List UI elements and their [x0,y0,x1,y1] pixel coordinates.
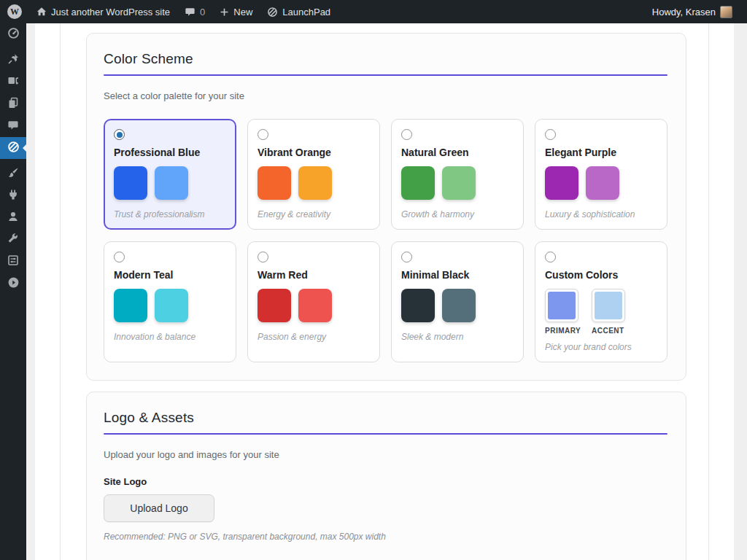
primary-color-fill [548,292,576,319]
color-scheme-underline [104,74,667,76]
palette-desc: Growth & harmony [401,209,514,219]
palette-name: Custom Colors [545,269,657,281]
comments-count: 0 [200,7,205,18]
comment-bubble-icon [185,7,196,17]
site-name-link[interactable]: Just another WordPress site [29,0,177,23]
palette-name: Minimal Black [401,269,514,281]
palette-card-natural-green[interactable]: Natural Green Growth & harmony [391,119,524,230]
collapse-menu-icon [7,276,20,292]
sidebar-item-launchpad-active[interactable] [0,137,26,159]
sidebar-item-appearance[interactable] [0,163,26,185]
accent-swatch [442,166,476,200]
new-label: New [233,7,252,18]
accent-color-picker[interactable] [592,289,625,322]
wrench-icon [7,233,19,247]
primary-swatch [258,166,291,200]
logo-assets-section: Logo & Assets Upload your logo and image… [86,392,686,560]
palette-card-minimal-black[interactable]: Minimal Black Sleek & modern [391,241,524,362]
accent-swatch [155,289,188,322]
sidebar-item-posts[interactable] [0,50,26,71]
palette-card-vibrant-orange[interactable]: Vibrant Orange Energy & creativity [247,119,380,230]
launchpad-active-icon [7,141,20,156]
palette-radio[interactable] [258,129,268,140]
home-icon [36,7,47,17]
launchpad-toolbar-link[interactable]: LaunchPad [260,0,338,23]
primary-color-picker[interactable] [545,289,578,322]
accent-swatch [586,166,619,200]
primary-swatch [114,166,147,200]
pages-icon [7,97,19,112]
dashboard-icon [7,27,20,42]
launchpad-label: LaunchPad [282,7,330,18]
logo-hint: Recommended: PNG or SVG, transparent bac… [104,532,667,542]
settings-icon [7,254,19,269]
palette-radio[interactable] [545,252,556,262]
palette-name: Elegant Purple [545,147,657,158]
primary-swatch [545,166,578,200]
howdy-label: Howdy, Krasen [652,7,716,18]
pin-icon [7,53,19,68]
palette-radio[interactable] [401,129,412,140]
sidebar-item-plugins[interactable] [0,185,26,207]
accent-swatch [155,166,188,200]
palette-name: Vibrant Orange [258,147,370,158]
palette-card-elegant-purple[interactable]: Elegant Purple Luxury & sophistication [535,119,667,230]
palette-desc: Innovation & balance [114,332,226,342]
palette-desc: Passion & energy [258,332,370,342]
site-logo-label: Site Logo [104,476,667,487]
accent-color-fill [595,292,622,319]
primary-swatch [401,289,435,322]
palette-desc: Pick your brand colors [545,342,657,352]
sidebar-item-pages[interactable] [0,93,26,115]
sidebar-item-dashboard[interactable] [0,23,26,45]
my-account-menu[interactable]: Howdy, Krasen [645,0,740,23]
palette-desc: Sleek & modern [401,332,514,342]
color-scheme-section: Color Scheme Select a color palette for … [86,33,686,381]
sidebar-item-tools[interactable] [0,229,26,251]
palette-name: Professional Blue [114,147,226,158]
wordpress-logo-menu[interactable]: W [0,0,29,23]
plugin-page-panel: Color Scheme Select a color palette for … [35,23,734,560]
palette-card-custom-colors[interactable]: Custom Colors PRIMARY ACCENT [535,241,667,362]
palette-card-professional-blue[interactable]: Professional Blue Trust & professionalis… [104,119,236,230]
accent-swatch [298,166,332,200]
sidebar-item-collapse-menu[interactable] [0,273,26,295]
palette-desc: Energy & creativity [258,209,370,219]
palette-name: Warm Red [258,269,370,281]
page-scrollbar[interactable] [734,23,747,560]
palette-radio[interactable] [258,252,268,262]
palette-desc: Trust & professionalism [114,209,226,219]
plug-icon [7,189,19,203]
palette-radio[interactable] [545,129,556,140]
active-menu-arrow [23,144,26,152]
palette-radio[interactable] [114,252,125,262]
comments-icon [7,120,19,133]
user-avatar [720,6,732,18]
upload-logo-button[interactable]: Upload Logo [104,494,214,522]
comments-shortcut[interactable]: 0 [177,0,212,23]
primary-swatch [401,166,435,200]
primary-swatch [114,289,147,322]
primary-swatch [258,289,291,322]
palette-radio-selected[interactable] [114,129,125,140]
palette-card-warm-red[interactable]: Warm Red Passion & energy [247,241,380,362]
sidebar-item-settings[interactable] [0,251,26,273]
color-scheme-title: Color Scheme [104,51,667,67]
logo-assets-subtitle: Upload your logo and images for your sit… [104,449,667,460]
admin-sidebar [0,23,26,560]
sidebar-item-comments[interactable] [0,115,26,137]
user-icon [7,211,19,225]
site-name-label: Just another WordPress site [51,7,170,18]
palette-card-modern-teal[interactable]: Modern Teal Innovation & balance [104,241,236,362]
sidebar-item-users[interactable] [0,207,26,229]
accent-swatch [442,289,476,322]
logo-assets-underline [104,433,667,435]
settings-content-frame: Color Scheme Select a color palette for … [60,23,709,560]
launchpad-icon [267,7,278,18]
primary-picker-label: PRIMARY [545,327,583,335]
new-content-menu[interactable]: New [212,0,260,23]
sidebar-item-media[interactable] [0,71,26,93]
media-icon [7,75,19,90]
palette-radio[interactable] [401,252,412,262]
accent-swatch [298,289,332,322]
